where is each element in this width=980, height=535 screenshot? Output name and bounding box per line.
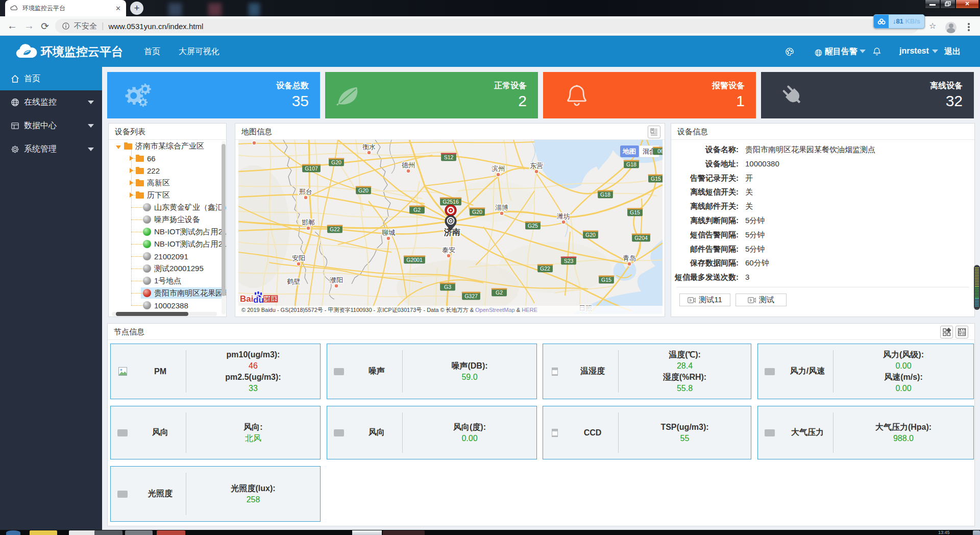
svg-text:东营: 东营	[530, 162, 543, 169]
svg-text:© 2019 Baidu - GS(2018)5572号 -: © 2019 Baidu - GS(2018)5572号 - 甲测资字11009…	[241, 307, 537, 313]
svg-text:G20: G20	[585, 232, 596, 238]
svg-text:G20: G20	[331, 159, 341, 165]
svg-text:G2001: G2001	[406, 257, 423, 263]
svg-text:S12: S12	[444, 154, 454, 160]
svg-text:邢台: 邢台	[299, 188, 312, 196]
svg-text:鹤壁: 鹤壁	[287, 278, 300, 285]
svg-text:06: 06	[657, 148, 663, 154]
svg-text:G107: G107	[305, 165, 318, 172]
svg-text:G2: G2	[496, 289, 503, 296]
svg-text:邯郸: 邯郸	[302, 218, 315, 226]
svg-text:濮阳: 濮阳	[329, 276, 343, 284]
svg-text:G18: G18	[626, 161, 636, 167]
svg-text:G18: G18	[600, 191, 610, 198]
svg-text:地: 地	[264, 296, 271, 302]
svg-text:G15: G15	[630, 209, 640, 215]
svg-text:G204: G204	[634, 235, 648, 241]
svg-text:G22: G22	[330, 226, 340, 232]
svg-text:G20: G20	[358, 187, 369, 193]
svg-text:du: du	[253, 295, 264, 305]
svg-text:G25: G25	[528, 223, 538, 229]
svg-text:潍坊: 潍坊	[556, 212, 570, 220]
svg-text:淄博: 淄博	[495, 204, 508, 211]
svg-text:G15: G15	[601, 277, 611, 283]
svg-text:G2516: G2516	[443, 199, 459, 205]
svg-text:G15: G15	[651, 176, 661, 182]
svg-text:S23: S23	[564, 258, 574, 264]
svg-text:Bai: Bai	[240, 294, 253, 304]
svg-text:安阳: 安阳	[292, 254, 305, 262]
svg-text:G20: G20	[472, 209, 482, 215]
svg-text:G327: G327	[464, 293, 478, 299]
svg-text:地图: 地图	[622, 148, 636, 155]
svg-text:聊城: 聊城	[382, 229, 395, 236]
svg-text:德州: 德州	[402, 161, 415, 169]
svg-text:滨州: 滨州	[492, 165, 505, 173]
svg-text:青岛: 青岛	[623, 254, 636, 262]
svg-text:G22: G22	[540, 265, 550, 272]
svg-text:G3: G3	[444, 284, 451, 290]
svg-text:图: 图	[272, 296, 278, 302]
svg-text:G2: G2	[413, 207, 421, 213]
svg-text:泰安: 泰安	[442, 246, 455, 254]
svg-text:衡水: 衡水	[362, 143, 376, 151]
